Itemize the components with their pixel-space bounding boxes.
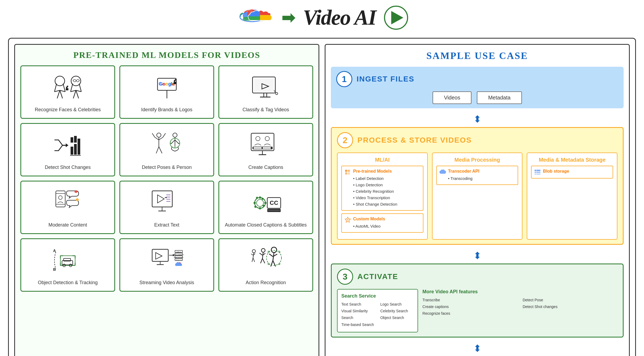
step2-section: 2 PROCESS & STORE VIDEOS ML/AI: [331, 127, 624, 245]
search-item-2: Visual Similarity Search: [341, 308, 375, 321]
blob-icon: [534, 169, 541, 175]
custom-icon: [345, 217, 351, 223]
svg-rect-166: [348, 170, 350, 172]
step2-ml-title: ML/AI: [341, 157, 423, 163]
ml-card-brands: Google Google Identify Brands & Logos: [119, 65, 214, 119]
svg-line-26: [71, 90, 76, 92]
ml-card-streaming: LABELS, SHOT CHANGES, ANNOTATIONS, OBJEC…: [119, 238, 214, 292]
svg-rect-123: [152, 249, 168, 261]
svg-rect-167: [345, 172, 347, 175]
more-item-4: Detect Pose: [523, 297, 617, 303]
blob-title: Blob storage: [543, 169, 569, 174]
action-icon: [250, 244, 282, 277]
svg-line-142: [252, 258, 253, 262]
svg-line-27: [76, 90, 81, 92]
card-label-object: Object Detection & Tracking: [38, 280, 98, 285]
streaming-icon: LABELS, SHOT CHANGES, ANNOTATIONS, OBJEC…: [151, 244, 183, 277]
card-label-poses: Detect Poses & Person: [142, 165, 192, 170]
cc-icon: CC: [250, 187, 282, 219]
svg-rect-102: [254, 206, 256, 208]
svg-point-41: [276, 92, 278, 95]
card-label-shots: Detect Shot Changes: [45, 165, 91, 170]
svg-rect-9: [244, 16, 260, 22]
svg-line-143: [253, 258, 255, 262]
card-label-faces: Recognize Faces & Celebrities: [35, 107, 101, 113]
step2-media-title: Media Processing: [436, 157, 518, 163]
search-item-6: Object Search: [380, 314, 414, 321]
svg-line-146: [259, 253, 262, 255]
step2-media-column: Media Processing Transcoder API Transcod…: [432, 153, 523, 240]
step2-header: 2 PROCESS & STORE VIDEOS: [337, 132, 617, 148]
svg-line-15: [57, 90, 60, 98]
custom-title: Custom Models: [353, 217, 385, 221]
step3-title: ACTIVATE: [357, 272, 398, 281]
shots-icon: [52, 129, 84, 161]
step3-header: 3 ACTIVATE: [337, 269, 617, 285]
svg-line-28: [73, 90, 76, 98]
svg-line-24: [71, 84, 73, 92]
more-item-3: Recognize faces: [422, 310, 517, 317]
ml-card-captions: Create Captions: [218, 123, 313, 176]
step1-title: INGEST FILES: [357, 75, 414, 83]
step2-storage-title: Media & Metadata Storage: [531, 157, 613, 163]
svg-rect-44: [71, 147, 73, 155]
svg-line-57: [152, 133, 155, 137]
step1-section: 1 INGEST FILES Videos Metadata: [331, 67, 624, 108]
svg-point-51: [157, 133, 161, 137]
svg-rect-99: [264, 202, 266, 204]
play-button[interactable]: [384, 6, 408, 30]
videos-btn[interactable]: Videos: [433, 91, 471, 104]
blob-box: Blob storage: [531, 166, 613, 179]
search-service-title: Search Service: [341, 293, 414, 299]
ml-card-moderate: 2 4 Moderate Content: [20, 181, 115, 234]
svg-marker-126: [156, 253, 162, 259]
svg-text:B: B: [53, 267, 56, 272]
search-col-2: Logo Search Celebrity Search Object Sear…: [380, 301, 414, 328]
pretrained-icon: [345, 169, 351, 175]
step2-title: PROCESS & STORE VIDEOS: [357, 136, 472, 144]
transcoder-box: Transcoder API Transcoding: [436, 166, 518, 185]
step2-box: 2 PROCESS & STORE VIDEOS ML/AI: [331, 127, 624, 245]
svg-rect-34: [174, 82, 177, 84]
search-items-grid: Text Search Visual Similarity Search Tim…: [341, 301, 414, 328]
svg-text:ANNOTATIONS,: ANNOTATIONS,: [174, 257, 184, 258]
pretrained-item-1: Label Detection: [353, 175, 397, 182]
more-features-grid: Transcribe Create captions Recognize fac…: [422, 297, 617, 317]
svg-rect-17: [66, 88, 68, 90]
transcoder-icon: [440, 169, 446, 175]
search-service-box: Search Service Text Search Visual Simila…: [337, 289, 418, 332]
search-item-1: Text Search: [341, 301, 375, 308]
svg-rect-8: [260, 15, 276, 23]
svg-rect-72: [254, 147, 262, 149]
header-arrow: ➡: [281, 8, 295, 27]
svg-marker-43: [66, 143, 68, 147]
svg-line-12: [63, 84, 65, 92]
more-features-title: More Video API features: [422, 289, 617, 295]
card-label-moderate: Moderate Content: [48, 222, 87, 228]
svg-point-79: [58, 196, 62, 199]
classify-icon: [250, 72, 282, 104]
pretrained-title: Pre-trained Models: [353, 169, 397, 174]
ml-card-object: A B: [20, 238, 115, 292]
svg-line-14: [60, 90, 65, 92]
svg-text:2: 2: [75, 191, 76, 193]
ml-card-classify: Classify & Tag Videos: [218, 65, 313, 119]
poses-icon: [151, 129, 183, 161]
svg-rect-46: [78, 141, 80, 155]
pretrained-box: Pre-trained Models Label Detection Logo …: [341, 166, 423, 211]
svg-text:LABELS,: LABELS,: [176, 251, 181, 253]
pretrained-item-4: Video Transcription: [353, 195, 397, 201]
svg-point-169: [347, 219, 349, 221]
card-label-action: Action Recognition: [246, 280, 286, 285]
left-panel: PRE-TRAINED ML MODELS FOR VIDEOS: [14, 44, 319, 356]
svg-rect-98: [254, 202, 256, 204]
transcoder-title: Transcoder API: [448, 169, 480, 174]
svg-rect-20: [76, 80, 79, 82]
svg-text:CC: CC: [270, 199, 278, 206]
arrow-3-user: ⬍: [331, 343, 624, 354]
ml-card-action: Action Recognition: [218, 238, 313, 292]
pretrained-item-3: Celebrity Recognition: [353, 188, 397, 195]
svg-line-149: [262, 258, 265, 263]
step2-content: ML/AI P: [337, 153, 617, 240]
metadata-btn[interactable]: Metadata: [477, 91, 522, 104]
